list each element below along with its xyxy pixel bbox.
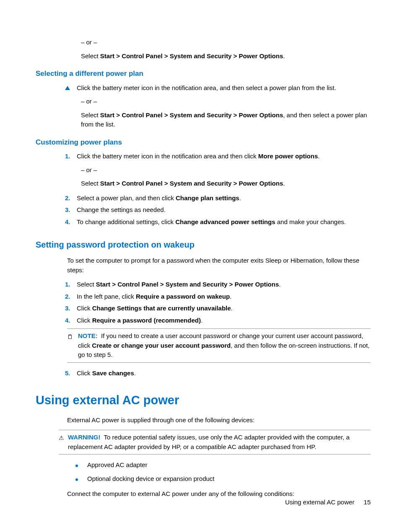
document-page: – or – Select Start > Control Panel > Sy…: [0, 0, 400, 532]
instruction-text: Select Start > Control Panel > System an…: [81, 111, 371, 129]
heading-selecting-plan: Selecting a different power plan: [36, 68, 371, 79]
text: .: [318, 152, 319, 160]
page-footer: Using external AC power 15: [285, 498, 371, 507]
text: Click: [77, 369, 92, 377]
list-item: 3. Click Change Settings that are curren…: [65, 304, 371, 313]
text: and make your changes.: [275, 218, 346, 225]
nav-path: Start > Control Panel > System and Secur…: [100, 111, 283, 119]
text: To reduce potential safety issues, use o…: [68, 434, 350, 450]
nav-path: Start > Control Panel > System and Secur…: [100, 180, 283, 187]
note-text: NOTE: If you need to create a user accou…: [78, 331, 371, 360]
step-number: 4.: [65, 217, 77, 227]
note-callout: 🗒 NOTE: If you need to create a user acc…: [67, 328, 371, 363]
bold-text: Require a password on wakeup: [136, 293, 230, 300]
list-item: Click the battery meter icon in the noti…: [65, 83, 371, 93]
list-item: 4. To change additional settings, click …: [65, 217, 371, 227]
text: Optional docking device or expansion pro…: [87, 474, 371, 484]
warning-callout: ⚠ WARNING! To reduce potential safety is…: [59, 430, 371, 455]
intro-text: External AC power is supplied through on…: [67, 416, 371, 425]
list-item: 1. Select Start > Control Panel > System…: [65, 280, 371, 289]
heading-password-wakeup: Setting password protection on wakeup: [36, 238, 371, 251]
bold-text: Change Settings that are currently unava…: [92, 305, 231, 312]
text: Click Save changes.: [77, 369, 371, 378]
text: .: [279, 281, 281, 288]
warning-text: WARNING! To reduce potential safety issu…: [68, 433, 371, 452]
text: .: [231, 305, 233, 312]
instruction-text: Select Start > Control Panel > System an…: [81, 52, 371, 61]
list-item: 4. Click Require a password (recommended…: [65, 316, 371, 325]
nav-path: Start > Control Panel > System and Secur…: [100, 52, 283, 59]
step-number: 4.: [65, 316, 77, 325]
list-item: 1. Click the battery meter icon in the n…: [65, 152, 371, 161]
bold-text: Save changes: [92, 369, 134, 377]
text: Select: [81, 180, 100, 187]
text: Select: [81, 111, 100, 119]
list-item: 3. Change the settings as needed.: [65, 205, 371, 215]
bullet-icon: [75, 460, 87, 470]
instruction-text: Select Start > Control Panel > System an…: [81, 179, 371, 189]
text: Click Require a password (recommended).: [77, 316, 371, 325]
bold-text: Change plan settings: [176, 194, 239, 201]
text: Approved AC adapter: [87, 460, 371, 470]
bold-text: More power options: [258, 152, 318, 160]
step-number: 5.: [65, 369, 77, 378]
text: In the left pane, click: [77, 293, 136, 300]
text: To change additional settings, click Cha…: [77, 217, 371, 227]
text: Select a power plan, and then click Chan…: [77, 194, 371, 203]
text: To change additional settings, click: [77, 218, 175, 225]
text: Select: [77, 281, 96, 288]
step-number: 1.: [65, 280, 77, 289]
text: Change the settings as needed.: [77, 205, 371, 215]
step-number: 3.: [65, 205, 77, 215]
bold-text: Start > Control Panel > System and Secur…: [96, 281, 279, 288]
step-number: 3.: [65, 304, 77, 313]
text: Select: [81, 52, 100, 59]
text: In the left pane, click Require a passwo…: [77, 292, 371, 302]
warning-label: WARNING!: [68, 434, 101, 441]
text: Click the battery meter icon in the noti…: [77, 152, 371, 161]
text: Select a power plan, and then click: [77, 194, 176, 201]
list-item: Approved AC adapter: [75, 460, 371, 470]
or-separator: – or –: [81, 38, 371, 47]
text: Click the battery meter icon in the noti…: [77, 152, 258, 160]
list-item: Optional docking device or expansion pro…: [75, 474, 371, 484]
bold-text: Require a password (recommended): [92, 317, 201, 324]
bold-text: Change advanced power settings: [175, 218, 275, 225]
text: Select Start > Control Panel > System an…: [77, 280, 371, 289]
footer-title: Using external AC power: [285, 498, 354, 506]
text: .: [283, 180, 285, 187]
step-number: 1.: [65, 152, 77, 161]
text: .: [201, 317, 203, 324]
text: Click Change Settings that are currently…: [77, 304, 371, 313]
list-item: 2. In the left pane, click Require a pas…: [65, 292, 371, 302]
or-separator: – or –: [81, 165, 371, 175]
text: .: [134, 369, 136, 377]
text: .: [230, 293, 231, 300]
bullet-icon: [75, 474, 87, 484]
warning-icon: ⚠: [59, 433, 68, 452]
heading-ac-power: Using external AC power: [36, 391, 371, 410]
bold-text: Create or change your user account passw…: [92, 342, 231, 349]
list-item: 5. Click Save changes.: [65, 369, 371, 378]
text: Click the battery meter icon in the noti…: [77, 83, 371, 93]
intro-text: To set the computer to prompt for a pass…: [67, 256, 371, 275]
text: Click: [77, 317, 92, 324]
note-label: NOTE:: [78, 332, 98, 339]
page-number: 15: [364, 498, 371, 506]
text: .: [283, 52, 285, 59]
or-separator: – or –: [81, 97, 371, 106]
triangle-icon: [65, 83, 77, 93]
list-item: 2. Select a power plan, and then click C…: [65, 194, 371, 203]
heading-customizing-plans: Customizing power plans: [36, 137, 371, 148]
step-number: 2.: [65, 292, 77, 302]
text: Click: [77, 305, 92, 312]
step-number: 2.: [65, 194, 77, 203]
note-icon: 🗒: [67, 331, 78, 360]
text: .: [239, 194, 241, 201]
